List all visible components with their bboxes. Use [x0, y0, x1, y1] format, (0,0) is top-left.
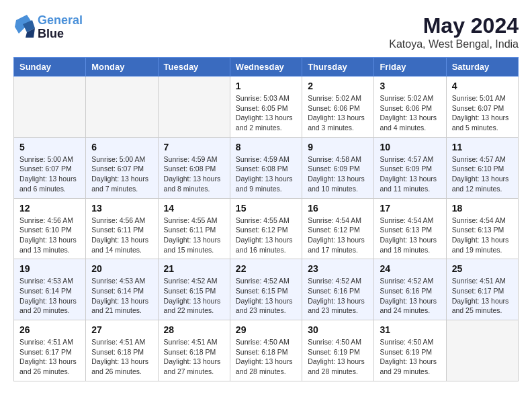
day-number: 3 [380, 81, 440, 91]
week-row-5: 26Sunrise: 4:51 AM Sunset: 6:17 PM Dayli… [14, 320, 519, 381]
title-area: May 2024 Katoya, West Bengal, India [389, 13, 519, 50]
day-info: Sunrise: 4:54 AM Sunset: 6:13 PM Dayligh… [380, 216, 440, 255]
day-info: Sunrise: 4:51 AM Sunset: 6:18 PM Dayligh… [164, 337, 224, 377]
day-info: Sunrise: 4:59 AM Sunset: 6:08 PM Dayligh… [236, 154, 296, 194]
day-number: 4 [452, 81, 513, 91]
week-row-4: 19Sunrise: 4:53 AM Sunset: 6:14 PM Dayli… [14, 259, 519, 320]
cell-week5-day3: 29Sunrise: 4:50 AM Sunset: 6:18 PM Dayli… [230, 320, 302, 381]
week-row-1: 1Sunrise: 5:03 AM Sunset: 6:05 PM Daylig… [14, 77, 519, 138]
day-info: Sunrise: 5:00 AM Sunset: 6:07 PM Dayligh… [91, 154, 152, 194]
day-number: 19 [19, 263, 80, 274]
day-number: 31 [380, 324, 440, 335]
day-number: 29 [236, 324, 296, 335]
day-info: Sunrise: 4:56 AM Sunset: 6:11 PM Dayligh… [91, 216, 152, 255]
cell-week5-day1: 27Sunrise: 4:51 AM Sunset: 6:18 PM Dayli… [86, 320, 158, 381]
cell-week3-day4: 16Sunrise: 4:54 AM Sunset: 6:12 PM Dayli… [302, 198, 374, 259]
cell-week2-day4: 9Sunrise: 4:58 AM Sunset: 6:09 PM Daylig… [302, 137, 374, 198]
day-number: 24 [380, 263, 440, 274]
cell-week2-day6: 11Sunrise: 4:57 AM Sunset: 6:10 PM Dayli… [446, 137, 518, 198]
cell-week4-day5: 24Sunrise: 4:52 AM Sunset: 6:16 PM Dayli… [374, 259, 446, 320]
week-row-3: 12Sunrise: 4:56 AM Sunset: 6:10 PM Dayli… [14, 198, 519, 259]
cell-week2-day5: 10Sunrise: 4:57 AM Sunset: 6:09 PM Dayli… [374, 137, 446, 198]
day-number: 14 [164, 203, 224, 214]
cell-week1-day4: 2Sunrise: 5:02 AM Sunset: 6:06 PM Daylig… [302, 77, 374, 138]
main-title: May 2024 [389, 13, 519, 38]
week-row-2: 5Sunrise: 5:00 AM Sunset: 6:07 PM Daylig… [14, 137, 519, 198]
calendar-table: Sunday Monday Tuesday Wednesday Thursday… [13, 57, 519, 381]
logo-icon [13, 13, 35, 39]
header-wednesday: Wednesday [230, 58, 302, 77]
header-friday: Friday [374, 58, 446, 77]
day-number: 18 [452, 203, 513, 214]
cell-week5-day5: 31Sunrise: 4:50 AM Sunset: 6:19 PM Dayli… [374, 320, 446, 381]
day-number: 16 [308, 203, 368, 214]
day-number: 28 [164, 324, 224, 335]
cell-week3-day5: 17Sunrise: 4:54 AM Sunset: 6:13 PM Dayli… [374, 198, 446, 259]
day-number: 26 [19, 324, 80, 335]
weekday-header-row: Sunday Monday Tuesday Wednesday Thursday… [14, 58, 519, 77]
day-number: 23 [308, 263, 368, 274]
cell-week4-day0: 19Sunrise: 4:53 AM Sunset: 6:14 PM Dayli… [14, 259, 86, 320]
day-number: 12 [19, 203, 80, 214]
day-info: Sunrise: 4:54 AM Sunset: 6:13 PM Dayligh… [452, 216, 513, 255]
header-saturday: Saturday [446, 58, 518, 77]
cell-week5-day6 [446, 320, 518, 381]
day-number: 11 [452, 142, 513, 152]
day-number: 27 [91, 324, 152, 335]
day-number: 6 [91, 142, 152, 152]
day-info: Sunrise: 4:53 AM Sunset: 6:14 PM Dayligh… [19, 276, 80, 316]
day-info: Sunrise: 4:58 AM Sunset: 6:09 PM Dayligh… [308, 154, 368, 194]
day-number: 25 [452, 263, 513, 274]
day-number: 2 [308, 81, 368, 91]
header-monday: Monday [86, 58, 158, 77]
header-thursday: Thursday [302, 58, 374, 77]
day-info: Sunrise: 5:02 AM Sunset: 6:06 PM Dayligh… [308, 93, 368, 133]
day-info: Sunrise: 4:52 AM Sunset: 6:16 PM Dayligh… [380, 276, 440, 316]
cell-week2-day0: 5Sunrise: 5:00 AM Sunset: 6:07 PM Daylig… [14, 137, 86, 198]
day-number: 17 [380, 203, 440, 214]
cell-week5-day0: 26Sunrise: 4:51 AM Sunset: 6:17 PM Dayli… [14, 320, 86, 381]
day-info: Sunrise: 4:51 AM Sunset: 6:17 PM Dayligh… [452, 276, 513, 316]
cell-week1-day1 [86, 77, 158, 138]
day-number: 21 [164, 263, 224, 274]
cell-week4-day1: 20Sunrise: 4:53 AM Sunset: 6:14 PM Dayli… [86, 259, 158, 320]
cell-week2-day3: 8Sunrise: 4:59 AM Sunset: 6:08 PM Daylig… [230, 137, 302, 198]
day-info: Sunrise: 4:52 AM Sunset: 6:15 PM Dayligh… [236, 276, 296, 316]
day-info: Sunrise: 5:00 AM Sunset: 6:07 PM Dayligh… [19, 154, 80, 194]
day-info: Sunrise: 4:54 AM Sunset: 6:12 PM Dayligh… [308, 216, 368, 255]
header-tuesday: Tuesday [158, 58, 230, 77]
cell-week3-day3: 15Sunrise: 4:55 AM Sunset: 6:12 PM Dayli… [230, 198, 302, 259]
cell-week2-day1: 6Sunrise: 5:00 AM Sunset: 6:07 PM Daylig… [86, 137, 158, 198]
cell-week4-day4: 23Sunrise: 4:52 AM Sunset: 6:16 PM Dayli… [302, 259, 374, 320]
cell-week1-day2 [158, 77, 230, 138]
cell-week5-day2: 28Sunrise: 4:51 AM Sunset: 6:18 PM Dayli… [158, 320, 230, 381]
cell-week1-day3: 1Sunrise: 5:03 AM Sunset: 6:05 PM Daylig… [230, 77, 302, 138]
cell-week2-day2: 7Sunrise: 4:59 AM Sunset: 6:08 PM Daylig… [158, 137, 230, 198]
day-info: Sunrise: 4:50 AM Sunset: 6:19 PM Dayligh… [380, 337, 440, 377]
cell-week1-day6: 4Sunrise: 5:01 AM Sunset: 6:07 PM Daylig… [446, 77, 518, 138]
day-info: Sunrise: 5:01 AM Sunset: 6:07 PM Dayligh… [452, 93, 513, 133]
day-number: 5 [19, 142, 80, 152]
day-info: Sunrise: 4:52 AM Sunset: 6:15 PM Dayligh… [164, 276, 224, 316]
cell-week3-day2: 14Sunrise: 4:55 AM Sunset: 6:11 PM Dayli… [158, 198, 230, 259]
day-info: Sunrise: 4:55 AM Sunset: 6:11 PM Dayligh… [164, 216, 224, 255]
day-number: 1 [236, 81, 296, 91]
cell-week4-day6: 25Sunrise: 4:51 AM Sunset: 6:17 PM Dayli… [446, 259, 518, 320]
day-info: Sunrise: 5:03 AM Sunset: 6:05 PM Dayligh… [236, 93, 296, 133]
day-info: Sunrise: 4:56 AM Sunset: 6:10 PM Dayligh… [19, 216, 80, 255]
logo-text: GeneralBlue [38, 14, 83, 41]
cell-week5-day4: 30Sunrise: 4:50 AM Sunset: 6:19 PM Dayli… [302, 320, 374, 381]
header-sunday: Sunday [14, 58, 86, 77]
day-info: Sunrise: 4:57 AM Sunset: 6:10 PM Dayligh… [452, 154, 513, 194]
day-number: 8 [236, 142, 296, 152]
cell-week3-day1: 13Sunrise: 4:56 AM Sunset: 6:11 PM Dayli… [86, 198, 158, 259]
day-info: Sunrise: 4:57 AM Sunset: 6:09 PM Dayligh… [380, 154, 440, 194]
logo: GeneralBlue [13, 13, 83, 42]
day-info: Sunrise: 4:51 AM Sunset: 6:17 PM Dayligh… [19, 337, 80, 377]
page-header: GeneralBlue May 2024 Katoya, West Bengal… [13, 13, 519, 50]
day-info: Sunrise: 4:52 AM Sunset: 6:16 PM Dayligh… [308, 276, 368, 316]
subtitle: Katoya, West Bengal, India [389, 38, 519, 50]
day-number: 20 [91, 263, 152, 274]
day-info: Sunrise: 4:50 AM Sunset: 6:18 PM Dayligh… [236, 337, 296, 377]
day-info: Sunrise: 4:59 AM Sunset: 6:08 PM Dayligh… [164, 154, 224, 194]
